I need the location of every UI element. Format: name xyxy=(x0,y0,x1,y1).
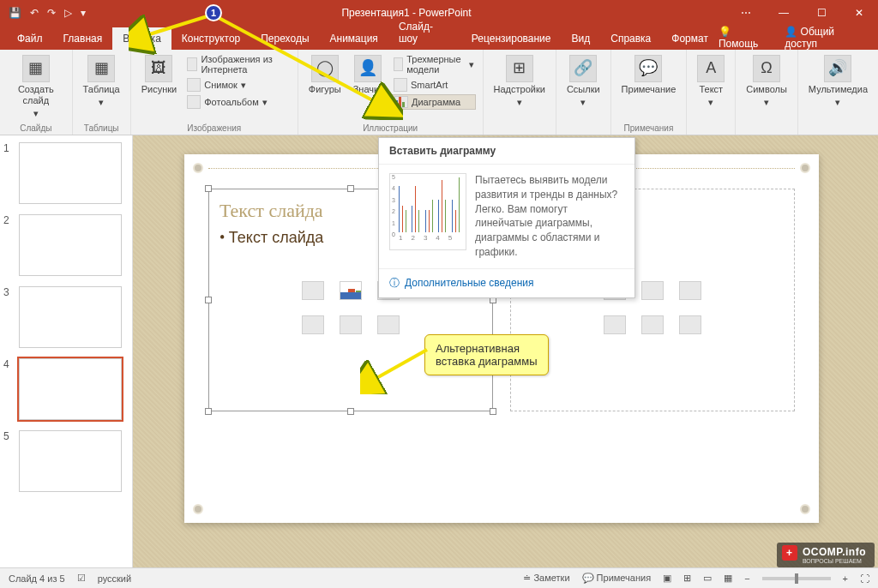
table-button[interactable]: ▦Таблица▾ xyxy=(80,53,123,110)
view-sorter-icon[interactable]: ⊞ xyxy=(683,573,691,584)
maximize-icon[interactable]: ☐ xyxy=(803,0,840,26)
icons-button[interactable]: 👤Значки xyxy=(350,53,387,97)
zoom-slider[interactable] xyxy=(762,577,831,580)
tooltip-chart-preview: 543210 12345 xyxy=(389,173,466,250)
group-label: Иллюстрации xyxy=(305,122,476,133)
redo-icon[interactable]: ↷ xyxy=(47,7,56,19)
tab-insert[interactable]: Вставка xyxy=(112,27,171,50)
group-label: Слайды xyxy=(7,122,65,133)
group-addins: ⊞Надстройки▾ xyxy=(484,50,556,135)
tooltip-text: Пытаетесь выявить модели развития и трен… xyxy=(475,173,624,260)
photoalbum-button[interactable]: Фотоальбом ▾ xyxy=(185,94,291,110)
language-status[interactable]: русский xyxy=(98,573,131,584)
group-illustrations: ◯Фигуры 👤Значки Трехмерные модели ▾ Smar… xyxy=(298,50,484,135)
slide-thumbnails-panel[interactable]: 1 2 3 4 5 xyxy=(0,135,133,567)
ribbon: ▦Создать слайд▾ Слайды ▦Таблица▾ Таблицы… xyxy=(0,50,878,135)
save-icon[interactable]: 💾 xyxy=(9,7,21,19)
ribbon-tabs: Файл Главная Вставка Конструктор Переход… xyxy=(0,26,878,50)
insert-picture-icon[interactable] xyxy=(604,315,626,334)
ribbon-options-icon[interactable]: ⋯ xyxy=(727,0,765,26)
group-links: 🔗Ссылки▾ xyxy=(556,50,611,135)
zoom-in-icon[interactable]: + xyxy=(843,573,848,584)
symbols-button[interactable]: ΩСимволы▾ xyxy=(743,53,791,110)
shapes-button[interactable]: ◯Фигуры xyxy=(305,53,345,97)
status-bar: Слайд 4 из 5 ☑ русский ≐ Заметки 💬 Приме… xyxy=(0,567,878,588)
qat-more-icon[interactable]: ▾ xyxy=(81,7,86,19)
chart-icon xyxy=(394,96,408,108)
undo-icon[interactable]: ↶ xyxy=(30,7,39,19)
tab-animation[interactable]: Анимация xyxy=(320,27,388,50)
tell-me[interactable]: 💡 Помощь xyxy=(719,26,773,50)
tab-file[interactable]: Файл xyxy=(7,27,53,50)
group-images: 🖼Рисунки Изображения из Интернета Снимок… xyxy=(131,50,298,135)
chart-tooltip: Вставить диаграмму 543210 12345 Пытаетес… xyxy=(378,137,635,298)
tab-help[interactable]: Справка xyxy=(600,27,661,50)
insert-smartart-icon[interactable] xyxy=(679,281,701,300)
insert-chart-icon[interactable] xyxy=(641,281,664,300)
slide-thumb[interactable]: 2 xyxy=(3,214,129,276)
new-slide-button[interactable]: ▦Создать слайд▾ xyxy=(7,53,65,122)
minimize-icon[interactable]: — xyxy=(765,0,803,26)
insert-online-picture-icon[interactable] xyxy=(340,315,362,334)
group-text: AТекст▾ xyxy=(687,50,736,135)
window-controls: ⋯ — ☐ ✕ xyxy=(727,0,878,26)
close-icon[interactable]: ✕ xyxy=(840,0,878,26)
media-button[interactable]: 🔊Мультимедиа▾ xyxy=(805,53,871,110)
corner-decor xyxy=(800,504,810,514)
text-button[interactable]: AТекст▾ xyxy=(694,53,728,110)
group-label: Таблицы xyxy=(80,122,123,133)
group-comments: 💬ПримечаниеПримечания xyxy=(611,50,688,135)
tab-review[interactable]: Рецензирование xyxy=(461,27,562,50)
screenshot-button[interactable]: Снимок ▾ xyxy=(185,77,291,93)
slideshow-icon[interactable]: ▷ xyxy=(64,7,72,19)
tab-format[interactable]: Формат xyxy=(661,27,719,50)
chart-button[interactable]: Диаграмма xyxy=(392,94,476,110)
tab-transitions[interactable]: Переходы xyxy=(250,27,319,50)
comments-toggle[interactable]: 💬 Примечания xyxy=(582,573,652,584)
slide-position: Слайд 4 из 5 xyxy=(9,573,65,584)
group-label: Примечания xyxy=(618,122,680,133)
insert-table-icon[interactable] xyxy=(302,281,324,300)
smartart-button[interactable]: SmartArt xyxy=(392,77,476,93)
insert-picture-icon[interactable] xyxy=(302,315,324,334)
tab-home[interactable]: Главная xyxy=(53,27,113,50)
addins-button[interactable]: ⊞Надстройки▾ xyxy=(490,53,549,110)
slide-thumb[interactable]: 1 xyxy=(3,142,129,204)
tab-slideshow[interactable]: Слайд-шоу xyxy=(388,15,461,50)
watermark-icon: + xyxy=(782,545,797,561)
tooltip-help-link[interactable]: ⓘ Дополнительные сведения xyxy=(379,268,634,297)
group-symbols: ΩСимволы▾ xyxy=(736,50,798,135)
3dmodels-button[interactable]: Трехмерные модели ▾ xyxy=(392,53,476,75)
view-reading-icon[interactable]: ▭ xyxy=(703,573,712,584)
step-badge: 1 xyxy=(205,4,222,21)
group-tables: ▦Таблица▾ Таблицы xyxy=(73,50,131,135)
comment-button[interactable]: 💬Примечание xyxy=(618,53,680,97)
insert-online-picture-icon[interactable] xyxy=(641,315,664,334)
slide-thumb[interactable]: 4 xyxy=(3,358,129,420)
watermark: + OCOMP.info ВОПРОСЫ РЕШАЕМ xyxy=(777,543,875,567)
view-normal-icon[interactable]: ▣ xyxy=(663,573,671,584)
quick-access-toolbar: 💾 ↶ ↷ ▷ ▾ xyxy=(0,7,86,19)
share-button[interactable]: 👤 Общий доступ xyxy=(785,26,868,50)
insert-video-icon[interactable] xyxy=(679,315,701,334)
zoom-out-icon[interactable]: − xyxy=(744,573,749,584)
notes-toggle[interactable]: ≐ Заметки xyxy=(523,573,569,584)
slide-thumb[interactable]: 3 xyxy=(3,286,129,348)
spellcheck-icon[interactable]: ☑ xyxy=(77,573,86,584)
help-icon: ⓘ xyxy=(389,276,400,291)
tooltip-title: Вставить диаграмму xyxy=(379,138,634,165)
annotation-callout: Альтернативная вставка диаграммы xyxy=(424,334,549,375)
online-pictures-button[interactable]: Изображения из Интернета xyxy=(185,53,291,75)
insert-video-icon[interactable] xyxy=(377,315,400,334)
tab-design[interactable]: Конструктор xyxy=(171,27,250,50)
view-slideshow-icon[interactable]: ▦ xyxy=(724,573,732,584)
tab-view[interactable]: Вид xyxy=(562,27,601,50)
corner-decor xyxy=(800,163,810,173)
pictures-button[interactable]: 🖼Рисунки xyxy=(138,53,181,97)
insert-chart-icon[interactable] xyxy=(340,281,362,300)
group-media: 🔊Мультимедиа▾ xyxy=(798,50,878,135)
group-label: Изображения xyxy=(138,122,291,133)
slide-thumb[interactable]: 5 xyxy=(3,430,129,492)
fit-icon[interactable]: ⛶ xyxy=(860,573,869,584)
links-button[interactable]: 🔗Ссылки▾ xyxy=(563,53,604,110)
